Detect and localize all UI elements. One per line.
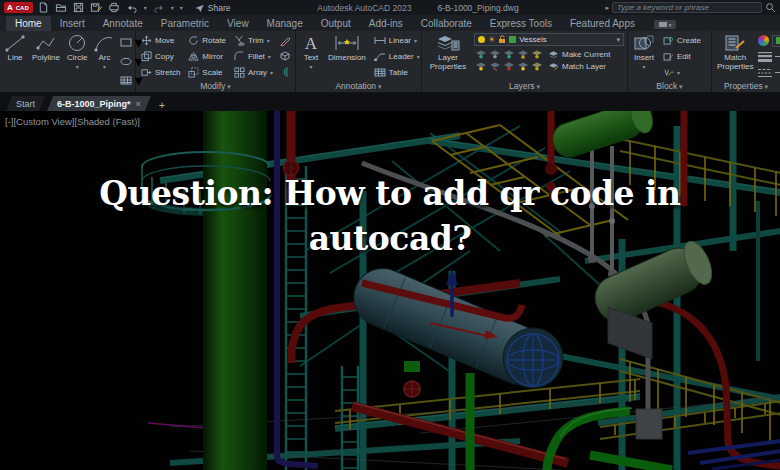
- mirror-tool[interactable]: Mirror: [186, 51, 228, 62]
- share-plane-icon: [194, 3, 205, 13]
- match-layer-button[interactable]: Match Layer: [548, 62, 610, 71]
- layer-buttons: Make Current Match Layer: [548, 48, 610, 72]
- search-chevron-icon[interactable]: ▸: [605, 4, 609, 12]
- drawing-canvas[interactable]: [-][Custom View][Shaded (Fast)] Question…: [0, 111, 780, 470]
- save-as-icon[interactable]: [90, 2, 102, 13]
- tab-manage[interactable]: Manage: [258, 16, 312, 31]
- scale-tool[interactable]: Scale: [186, 67, 228, 78]
- layer-tool-icon[interactable]: [475, 49, 487, 59]
- text-icon: A: [301, 34, 321, 52]
- layer-tool-icon[interactable]: [517, 61, 529, 71]
- close-icon[interactable]: ×: [136, 99, 141, 109]
- trim-tool[interactable]: Trim▾: [232, 35, 275, 46]
- block-panel-label[interactable]: Block: [628, 80, 711, 92]
- logo-a: A: [7, 3, 13, 12]
- layer-select[interactable]: ☀ Vessels ▾: [474, 33, 624, 46]
- leader-tool[interactable]: Leader▾: [372, 52, 422, 61]
- copy-icon: [141, 51, 152, 62]
- undo-dropdown-icon[interactable]: ▾: [144, 4, 147, 11]
- array-tool[interactable]: Array▾: [232, 67, 275, 78]
- file-tab-bar: Start 6-B-1000_Piping* × +: [0, 93, 780, 111]
- panel-layers: Layer Properties ☀ Vessels ▾: [422, 31, 628, 92]
- tab-featured-apps[interactable]: Featured Apps: [561, 16, 644, 31]
- customize-qat-icon[interactable]: ▾: [180, 4, 183, 11]
- tab-view[interactable]: View: [218, 16, 258, 31]
- color-select[interactable]: ByLayer ▾: [772, 35, 780, 47]
- leader-icon: [374, 52, 386, 61]
- annotation-panel-label[interactable]: Annotation: [296, 80, 421, 92]
- explode-icon: [279, 51, 291, 61]
- line-tool[interactable]: Line: [3, 33, 27, 90]
- lineweight-select[interactable]: ByLayer: [775, 52, 780, 61]
- panel-draw: Line Polyline Circle▾ Arc▾ ▾ ▾ ▾: [0, 31, 136, 92]
- tab-add-ins[interactable]: Add-ins: [360, 16, 412, 31]
- save-icon[interactable]: [73, 2, 84, 13]
- layers-panel-label[interactable]: Layers: [422, 80, 627, 92]
- tab-start[interactable]: Start: [6, 96, 45, 111]
- make-current-button[interactable]: Make Current: [548, 50, 610, 59]
- offset-tool[interactable]: [279, 67, 291, 77]
- rotate-icon: [188, 35, 199, 46]
- polyline-tool[interactable]: Polyline: [30, 33, 62, 90]
- circle-tool[interactable]: Circle▾: [65, 33, 89, 90]
- document-title: 6-B-1000_Piping.dwg: [437, 3, 518, 13]
- tab-insert[interactable]: Insert: [51, 16, 94, 31]
- linetype-select[interactable]: ByLayer: [775, 68, 780, 77]
- copy-tool[interactable]: Copy: [139, 51, 182, 62]
- linear-dim-tool[interactable]: Linear▾: [372, 36, 419, 45]
- title-bar-center: Autodesk AutoCAD 2023 6-B-1000_Piping.dw…: [236, 3, 601, 13]
- tab-collaborate[interactable]: Collaborate: [412, 16, 481, 31]
- layer-tool-icon[interactable]: [517, 49, 529, 59]
- share-button[interactable]: Share: [194, 3, 231, 13]
- attribute-button[interactable]: ▾: [661, 68, 682, 77]
- ribbon-options-button[interactable]: ▾: [654, 20, 676, 29]
- new-file-icon[interactable]: [38, 2, 49, 13]
- layer-tool-icon[interactable]: [531, 49, 543, 59]
- autocad-logo[interactable]: A CAD: [4, 2, 33, 13]
- properties-panel-label[interactable]: Properties: [712, 80, 780, 92]
- layer-tool-icon[interactable]: [531, 61, 543, 71]
- explode-tool[interactable]: [279, 51, 291, 61]
- table-icon: [374, 68, 386, 77]
- new-tab-button[interactable]: +: [153, 99, 171, 111]
- tab-express-tools[interactable]: Express Tools: [481, 16, 561, 31]
- layer-properties-button[interactable]: Layer Properties: [425, 33, 471, 80]
- layer-tool-icon[interactable]: [475, 61, 487, 71]
- layer-tool-icon[interactable]: [489, 61, 501, 71]
- undo-icon[interactable]: [126, 2, 138, 13]
- move-tool[interactable]: Move: [139, 35, 182, 46]
- redo-icon[interactable]: [153, 2, 165, 13]
- fillet-tool[interactable]: Fillet▾: [232, 51, 275, 62]
- headline-line1: Question: How to add qr code in: [0, 171, 780, 216]
- search-icon[interactable]: [765, 2, 776, 13]
- tab-output[interactable]: Output: [312, 16, 360, 31]
- layer-tool-icon[interactable]: [503, 61, 515, 71]
- open-folder-icon[interactable]: [55, 2, 67, 13]
- tab-home[interactable]: Home: [6, 16, 51, 31]
- stretch-tool[interactable]: Stretch: [139, 67, 182, 78]
- scale-icon: [188, 67, 199, 78]
- create-block-button[interactable]: Create: [661, 36, 703, 45]
- search-input[interactable]: [612, 2, 762, 13]
- modify-panel-label[interactable]: Modify: [136, 80, 295, 92]
- arc-tool[interactable]: Arc▾: [92, 33, 116, 90]
- insert-block-button[interactable]: Insert▾: [631, 33, 657, 80]
- edit-block-button[interactable]: Edit: [661, 52, 693, 61]
- app-title: Autodesk AutoCAD 2023: [317, 3, 411, 13]
- rotate-tool[interactable]: Rotate: [186, 35, 228, 46]
- viewport-controls[interactable]: [-][Custom View][Shaded (Fast)]: [5, 116, 140, 127]
- erase-tool[interactable]: [279, 36, 291, 46]
- tab-parametric[interactable]: Parametric: [152, 16, 218, 31]
- tab-annotate[interactable]: Annotate: [94, 16, 152, 31]
- text-tool[interactable]: A Text▾: [299, 33, 323, 80]
- dimension-tool[interactable]: Dimension: [326, 33, 368, 80]
- tab-document[interactable]: 6-B-1000_Piping* ×: [47, 96, 151, 111]
- layer-tool-icon[interactable]: [503, 49, 515, 59]
- color-wheel-icon[interactable]: [758, 35, 769, 46]
- chevron-down-icon: ▾: [616, 36, 620, 44]
- table-tool[interactable]: Table: [372, 68, 410, 77]
- match-properties-button[interactable]: Match Properties: [715, 33, 755, 80]
- redo-dropdown-icon[interactable]: ▾: [171, 4, 174, 11]
- plot-icon[interactable]: [108, 2, 120, 13]
- layer-tool-icon[interactable]: [489, 49, 501, 59]
